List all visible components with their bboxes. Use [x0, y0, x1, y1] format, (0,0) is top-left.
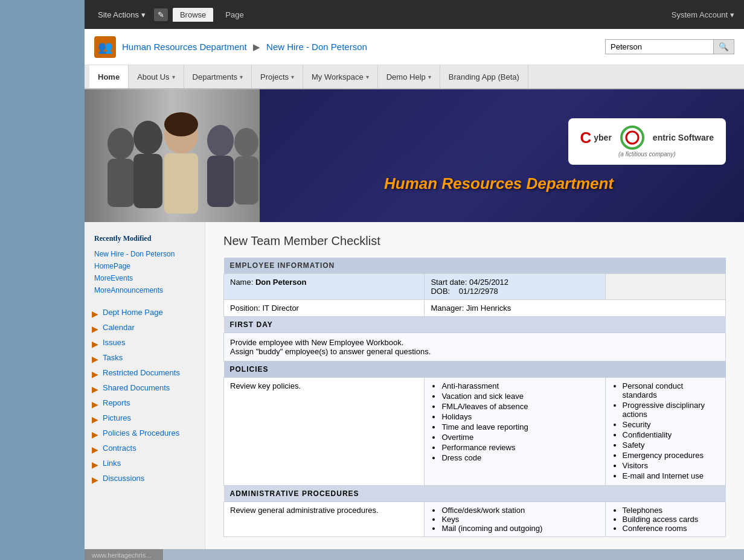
- nav-projects-arrow-icon: ▾: [291, 74, 294, 80]
- banner: C yber entric Software (a fictitious com…: [85, 89, 744, 222]
- sidebar-item-shared-docs[interactable]: ▶ Shared Documents: [85, 380, 205, 395]
- sidebar-item-calendar[interactable]: ▶ Calendar: [85, 320, 205, 335]
- nav-home[interactable]: Home: [89, 65, 129, 88]
- nav-demo-help-label: Demo Help: [386, 72, 426, 81]
- navigation-bar: Home About Us ▾ Departments ▾ Projects ▾…: [85, 65, 744, 89]
- site-actions-button[interactable]: Site Actions ▾: [94, 8, 149, 22]
- nav-projects[interactable]: Projects ▾: [252, 65, 303, 88]
- policies-list-1: Anti-harassment Vacation and sick leave …: [431, 381, 598, 462]
- banner-logo-box: C yber entric Software (a fictitious com…: [568, 118, 726, 165]
- nav-about[interactable]: About Us ▾: [129, 65, 184, 88]
- svg-rect-5: [133, 154, 162, 208]
- footer-bar: www.heritagechris...: [85, 549, 163, 560]
- employee-name-row: Name: Don Peterson Start date: 04/25/201…: [224, 274, 726, 300]
- main-layout: Recently Modified New Hire - Don Peterso…: [85, 222, 744, 549]
- search-button[interactable]: 🔍: [714, 39, 734, 54]
- sidebar-item-pictures[interactable]: ▶ Pictures: [85, 410, 205, 425]
- breadcrumb-site[interactable]: Human Resources Department: [122, 42, 247, 52]
- nav-branding[interactable]: Branding App (Beta): [440, 65, 528, 88]
- site-actions-arrow-icon: ▾: [141, 10, 146, 19]
- breadcrumb-bar: 👥 Human Resources Department ▶ New Hire …: [85, 29, 744, 65]
- sidebar-dept-home-label: Dept Home Page: [103, 308, 163, 317]
- first-day-line1: Provide employee with New Employee Workb…: [230, 338, 403, 347]
- nav-projects-label: Projects: [260, 72, 289, 81]
- edit-icon: ✎: [158, 10, 164, 19]
- recent-link-newhire[interactable]: New Hire - Don Peterson: [85, 248, 205, 260]
- sidebar-item-reports[interactable]: ▶ Reports: [85, 395, 205, 410]
- nav-demo-help[interactable]: Demo Help ▾: [378, 65, 440, 88]
- admin-item: Conference rooms: [623, 524, 719, 533]
- browse-tab[interactable]: Browse: [173, 8, 213, 22]
- page-tab[interactable]: Page: [218, 8, 251, 22]
- svg-point-9: [207, 125, 234, 156]
- sidebar-pictures-label: Pictures: [103, 413, 131, 422]
- sidebar-restricted-docs-label: Restricted Documents: [103, 368, 180, 377]
- arrow-icon: ▶: [92, 369, 99, 377]
- arrow-icon: ▶: [92, 430, 99, 437]
- policies-list-2: Personal conduct standards Progressive d…: [612, 381, 719, 480]
- search-input[interactable]: [605, 39, 714, 54]
- edit-page-button[interactable]: ✎: [154, 8, 168, 21]
- breadcrumb: Human Resources Department ▶ New Hire - …: [122, 42, 367, 52]
- recent-link-homepage[interactable]: HomePage: [85, 260, 205, 272]
- employee-info-header-row: EMPLOYEE INFORMATION: [224, 258, 726, 274]
- sidebar-item-contracts[interactable]: ▶ Contracts: [85, 441, 205, 456]
- manager-label: Manager:: [431, 304, 464, 313]
- sidebar-item-tasks[interactable]: ▶ Tasks: [85, 350, 205, 365]
- arrow-icon: ▶: [92, 324, 99, 331]
- sidebar-item-discussions[interactable]: ▶ Discussions: [85, 471, 205, 486]
- recent-link-announcements[interactable]: MoreAnnouncements: [85, 284, 205, 296]
- sidebar-reports-label: Reports: [103, 398, 130, 407]
- recent-link-events[interactable]: MoreEvents: [85, 272, 205, 284]
- sidebar-policies-label: Policies & Procedures: [103, 428, 179, 438]
- arrow-icon: ▶: [92, 384, 99, 392]
- site-actions-label: Site Actions: [98, 10, 139, 19]
- nav-departments[interactable]: Departments ▾: [184, 65, 252, 88]
- start-date-label: Start date:: [431, 278, 467, 287]
- policy-item: Performance reviews: [441, 443, 598, 452]
- policy-item: Progressive disciplinary actions: [623, 401, 719, 419]
- recently-modified-title: Recently Modified: [85, 232, 205, 248]
- sidebar-issues-label: Issues: [103, 338, 126, 347]
- nav-branding-label: Branding App (Beta): [449, 72, 519, 81]
- nav-about-label: About Us: [137, 72, 169, 81]
- policy-item: Emergency procedures: [623, 451, 719, 460]
- sidebar-item-policies[interactable]: ▶ Policies & Procedures: [85, 425, 205, 441]
- browse-label: Browse: [180, 10, 206, 19]
- page-label: Page: [225, 10, 243, 19]
- policy-item: Time and leave reporting: [441, 422, 598, 431]
- svg-rect-12: [234, 156, 258, 205]
- sidebar-item-restricted-docs[interactable]: ▶ Restricted Documents: [85, 365, 205, 380]
- sidebar-item-issues[interactable]: ▶ Issues: [85, 335, 205, 350]
- employee-name-cell: Name: Don Peterson: [224, 274, 425, 300]
- policy-item: FMLA/leaves of absence: [441, 402, 598, 411]
- first-day-header: FIRST DAY: [224, 317, 726, 333]
- nav-workspace[interactable]: My Workspace ▾: [303, 65, 378, 88]
- employee-position-row: Position: IT Director Manager: Jim Henri…: [224, 300, 726, 317]
- policy-item: Visitors: [623, 461, 719, 470]
- position-value: IT Director: [263, 304, 299, 313]
- sidebar-contracts-label: Contracts: [103, 444, 136, 453]
- sidebar-item-dept-home[interactable]: ▶ Dept Home Page: [85, 305, 205, 320]
- footer-url: www.heritagechris...: [92, 552, 151, 559]
- breadcrumb-separator: ▶: [253, 42, 260, 52]
- admin-header-row: ADMINISTRATIVE PROCEDURES: [224, 486, 726, 502]
- policy-item: Confidentiality: [623, 430, 719, 439]
- arrow-icon: ▶: [92, 475, 99, 482]
- sidebar-calendar-label: Calendar: [103, 323, 135, 332]
- top-bar: Site Actions ▾ ✎ Browse Page System Acco…: [85, 0, 744, 29]
- svg-point-13: [621, 127, 643, 148]
- arrow-icon: ▶: [92, 445, 99, 452]
- name-value: Don Peterson: [255, 278, 307, 287]
- arrow-icon: ▶: [92, 354, 99, 361]
- sidebar-item-links[interactable]: ▶ Links: [85, 456, 205, 471]
- svg-point-2: [107, 128, 134, 159]
- sidebar-shared-docs-label: Shared Documents: [103, 383, 170, 392]
- system-account-menu[interactable]: System Account ▾: [672, 10, 734, 19]
- arrow-icon: ▶: [92, 309, 99, 316]
- manager-cell: Manager: Jim Henricks: [425, 300, 726, 317]
- breadcrumb-page[interactable]: New Hire - Don Peterson: [266, 42, 367, 52]
- policy-item: Dress code: [441, 453, 598, 462]
- system-account-arrow-icon: ▾: [730, 10, 734, 19]
- admin-item: Telephones: [623, 506, 719, 515]
